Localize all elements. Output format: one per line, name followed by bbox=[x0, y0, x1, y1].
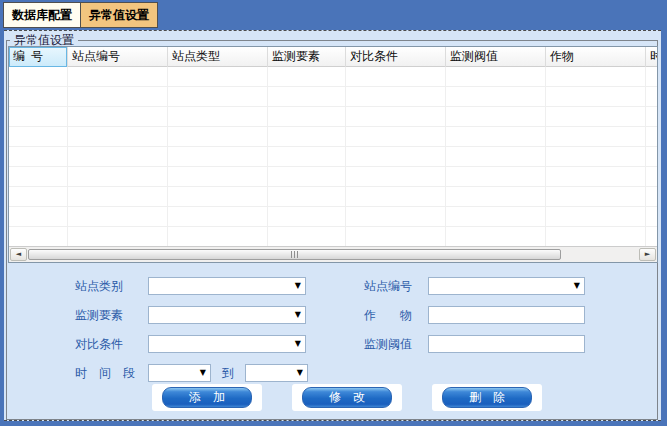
station-id-value bbox=[432, 278, 568, 294]
table-cell bbox=[168, 67, 268, 87]
table-cell bbox=[268, 87, 346, 107]
scrollbar-thumb[interactable] bbox=[28, 249, 561, 260]
table-row[interactable] bbox=[9, 187, 657, 207]
column-header[interactable]: 站点编号 bbox=[68, 47, 168, 67]
table-row[interactable] bbox=[9, 127, 657, 147]
table-cell bbox=[546, 67, 646, 87]
table-cell bbox=[168, 107, 268, 127]
table-row[interactable] bbox=[9, 167, 657, 187]
scrollbar-grip-icon bbox=[291, 251, 298, 258]
table-body bbox=[9, 67, 657, 247]
delete-button[interactable]: 删 除 bbox=[442, 387, 532, 408]
chevron-down-icon: ▼ bbox=[295, 311, 301, 319]
table-row[interactable] bbox=[9, 87, 657, 107]
table-cell bbox=[9, 87, 68, 107]
time-from-combobox[interactable]: ▼ bbox=[148, 364, 211, 382]
chevron-down-icon: ▼ bbox=[295, 340, 301, 348]
table-cell bbox=[9, 167, 68, 187]
table-row[interactable] bbox=[9, 227, 657, 247]
station-id-label: 站点编号 bbox=[364, 277, 412, 295]
chevron-down-icon: ▼ bbox=[297, 369, 303, 377]
table-cell bbox=[268, 147, 346, 167]
horizontal-scrollbar[interactable]: ◄ ► bbox=[9, 246, 657, 262]
table-cell bbox=[546, 87, 646, 107]
table-cell bbox=[446, 67, 546, 87]
table-row[interactable] bbox=[9, 147, 657, 167]
table-cell bbox=[346, 207, 446, 227]
table-row[interactable] bbox=[9, 107, 657, 127]
modify-button[interactable]: 修 改 bbox=[302, 387, 392, 408]
table-cell bbox=[68, 87, 168, 107]
table-cell bbox=[546, 167, 646, 187]
time-from-value bbox=[152, 365, 194, 381]
chevron-down-icon: ▼ bbox=[200, 369, 206, 377]
threshold-input[interactable] bbox=[428, 335, 585, 353]
column-header[interactable]: 监测阀值 bbox=[446, 47, 546, 67]
crop-input[interactable] bbox=[428, 306, 585, 324]
abnormal-values-table: 编 号站点编号站点类型监测要素对比条件监测阀值作物时 ◄ ► bbox=[8, 46, 658, 263]
table-cell bbox=[9, 207, 68, 227]
table-row[interactable] bbox=[9, 67, 657, 87]
table-cell bbox=[446, 167, 546, 187]
table-cell bbox=[268, 127, 346, 147]
table-cell bbox=[646, 67, 658, 87]
crop-label: 作 物 bbox=[364, 306, 412, 324]
column-header[interactable]: 作物 bbox=[546, 47, 646, 67]
table-cell bbox=[346, 187, 446, 207]
table-cell bbox=[68, 207, 168, 227]
table-cell bbox=[446, 227, 546, 247]
column-header[interactable]: 时 bbox=[646, 47, 658, 67]
column-header[interactable]: 监测要素 bbox=[268, 47, 346, 67]
column-header[interactable]: 对比条件 bbox=[346, 47, 446, 67]
table-cell bbox=[268, 107, 346, 127]
table-cell bbox=[346, 227, 446, 247]
table-cell bbox=[168, 227, 268, 247]
table-cell bbox=[168, 87, 268, 107]
station-type-combobox[interactable]: ▼ bbox=[148, 277, 306, 295]
table-cell bbox=[68, 167, 168, 187]
table-cell bbox=[346, 87, 446, 107]
table-cell bbox=[9, 127, 68, 147]
table-header-row: 编 号站点编号站点类型监测要素对比条件监测阀值作物时 bbox=[9, 47, 657, 67]
add-button-frame: 添 加 bbox=[152, 384, 262, 411]
table-cell bbox=[268, 167, 346, 187]
table-row[interactable] bbox=[9, 207, 657, 227]
table-cell bbox=[446, 207, 546, 227]
scroll-right-button[interactable]: ► bbox=[639, 248, 656, 261]
monitor-element-combobox[interactable]: ▼ bbox=[148, 306, 306, 324]
table-cell bbox=[546, 107, 646, 127]
compare-condition-value bbox=[152, 336, 289, 352]
table-cell bbox=[268, 187, 346, 207]
table-cell bbox=[168, 127, 268, 147]
table-cell bbox=[9, 107, 68, 127]
monitor-element-label: 监测要素 bbox=[75, 306, 123, 324]
time-to-label: 到 bbox=[222, 364, 234, 382]
table-cell bbox=[68, 107, 168, 127]
table-cell bbox=[268, 227, 346, 247]
table-cell bbox=[446, 147, 546, 167]
tab-database-config[interactable]: 数据库配置 bbox=[4, 3, 81, 27]
station-id-combobox[interactable]: ▼ bbox=[428, 277, 585, 295]
abnormal-value-settings-panel: 异常值设置 编 号站点编号站点类型监测要素对比条件监测阀值作物时 ◄ ► 站点类… bbox=[4, 30, 661, 421]
table-cell bbox=[646, 227, 658, 247]
table-cell bbox=[446, 87, 546, 107]
tab-abnormal-value-settings[interactable]: 异常值设置 bbox=[81, 3, 157, 27]
table-cell bbox=[646, 127, 658, 147]
add-button[interactable]: 添 加 bbox=[162, 387, 252, 408]
time-to-combobox[interactable]: ▼ bbox=[245, 364, 308, 382]
scroll-left-icon: ◄ bbox=[16, 251, 21, 258]
table-cell bbox=[546, 227, 646, 247]
table-cell bbox=[9, 187, 68, 207]
table-cell bbox=[346, 167, 446, 187]
table-cell bbox=[646, 187, 658, 207]
compare-condition-combobox[interactable]: ▼ bbox=[148, 335, 306, 353]
station-type-label: 站点类别 bbox=[75, 277, 123, 295]
monitor-element-value bbox=[152, 307, 289, 323]
column-header[interactable]: 编 号 bbox=[9, 47, 68, 67]
table-cell bbox=[346, 67, 446, 87]
scroll-left-button[interactable]: ◄ bbox=[10, 248, 27, 261]
tab-bar: 数据库配置 异常值设置 bbox=[3, 2, 158, 28]
table-cell bbox=[546, 147, 646, 167]
column-header[interactable]: 站点类型 bbox=[168, 47, 268, 67]
table-cell bbox=[346, 107, 446, 127]
